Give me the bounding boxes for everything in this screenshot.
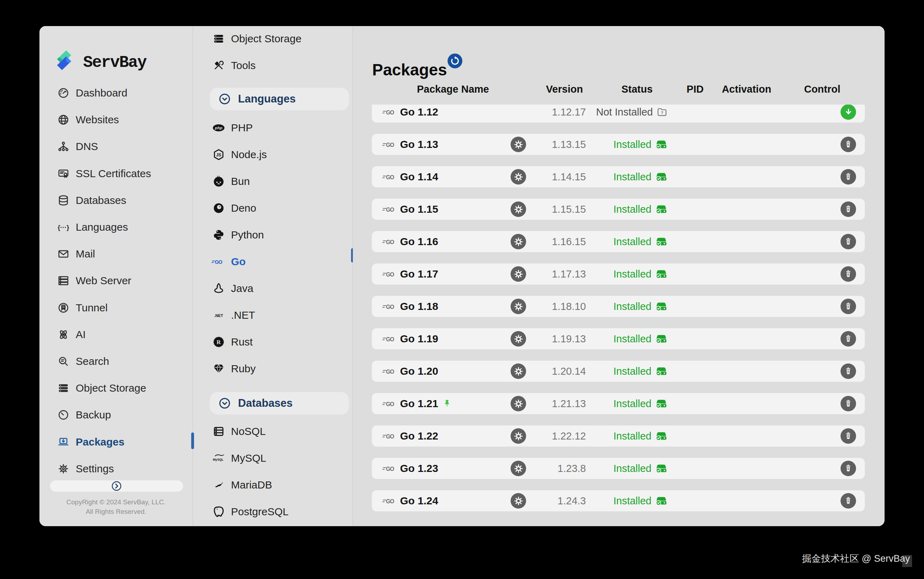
refresh-icon (450, 56, 460, 66)
subsidebar-item-java[interactable]: Java (193, 275, 353, 302)
column-header-activation: Activation (722, 82, 771, 96)
sidebar-item-label: DNS (76, 141, 98, 152)
gauge-icon (56, 86, 70, 100)
sidebar-item-settings[interactable]: Settings (39, 455, 193, 482)
package-name: Go 1.14 (400, 166, 438, 187)
subsidebar-item-php[interactable]: phpPHP (193, 114, 353, 141)
subsidebar-item-python[interactable]: Python (193, 221, 353, 248)
subsidebar-item-deno[interactable]: Deno (193, 195, 353, 221)
package-settings-button[interactable] (511, 331, 526, 347)
package-settings-button[interactable] (511, 493, 526, 509)
package-settings-button[interactable] (511, 266, 526, 282)
sidebar-item-ai[interactable]: AI (39, 321, 193, 348)
subsidebar-item-net[interactable]: .NET.NET (193, 302, 353, 329)
delete-button[interactable] (841, 331, 856, 347)
sidebar-item-dns[interactable]: DNS (39, 133, 193, 160)
svg-text:GO: GO (386, 109, 394, 115)
sidebar-item-object-storage[interactable]: Object Storage (39, 375, 193, 401)
package-name: Go 1.22 (400, 425, 438, 447)
sidebar-item-web-server[interactable]: Web Server (39, 267, 193, 294)
package-name: Go 1.15 (400, 199, 438, 220)
subsidebar-item-object-storage[interactable]: Object Storage (193, 26, 353, 52)
subsidebar-item-go[interactable]: GOGo (193, 248, 353, 275)
package-version: 1.23.8 (530, 458, 586, 479)
package-settings-button[interactable] (511, 234, 526, 249)
package-name-text: Go 1.21 (400, 397, 438, 410)
sidebar-item-databases[interactable]: Databases (39, 187, 193, 214)
sidebar-item-websites[interactable]: Websites (39, 106, 193, 133)
package-name-text: Go 1.17 (400, 268, 438, 280)
go-logo-icon: GO (382, 105, 398, 123)
package-settings-button[interactable] (511, 396, 526, 411)
sidebar-item-backup[interactable]: Backup (39, 401, 193, 428)
package-name: Go 1.16 (400, 231, 438, 252)
deno-icon (212, 201, 226, 215)
sidebar-item-ssl-certificates[interactable]: SSL Certificates (39, 160, 193, 187)
sidebar-item-languages[interactable]: {···}Languages (39, 214, 193, 240)
nodejs-icon: JS (212, 147, 226, 162)
sidebar-scroll-indicator[interactable] (191, 432, 194, 449)
package-row: GOGo 1.241.24.3Installed (372, 490, 865, 511)
delete-button[interactable] (841, 299, 856, 314)
delete-button[interactable] (841, 461, 856, 476)
refresh-button[interactable] (447, 54, 462, 68)
subsidebar-item-rust[interactable]: RRust (193, 329, 353, 355)
sidebar-item-tunnel[interactable]: Tunnel (39, 294, 193, 321)
delete-button[interactable] (841, 396, 856, 411)
package-version: 1.14.15 (530, 166, 586, 187)
package-settings-button[interactable] (511, 428, 526, 444)
delete-button[interactable] (841, 493, 856, 509)
svg-text:JS: JS (216, 152, 222, 157)
go-logo-icon: GO (382, 199, 398, 220)
drive-check-icon (655, 139, 668, 150)
package-settings-button[interactable] (511, 299, 526, 314)
sidebar-expand-button[interactable] (50, 480, 183, 492)
sidebar-item-mail[interactable]: Mail (39, 240, 193, 267)
delete-button[interactable] (841, 169, 856, 185)
subsidebar-section-databases[interactable]: Databases (210, 392, 349, 414)
delete-button[interactable] (841, 363, 856, 379)
subsidebar-item-ruby[interactable]: Ruby (193, 355, 353, 382)
delete-button[interactable] (841, 137, 856, 152)
subsidebar-item-tools[interactable]: Tools (193, 52, 353, 79)
package-row: GOGo 1.201.20.14Installed (372, 361, 865, 382)
sidebar-item-label: Packages (76, 436, 124, 448)
download-button[interactable] (841, 105, 856, 120)
svg-text:php: php (214, 125, 222, 130)
delete-button[interactable] (841, 201, 856, 217)
sidebar-item-dashboard[interactable]: Dashboard (39, 80, 193, 106)
main-content: Packages Package NameVersionStatusPIDAct… (353, 26, 885, 526)
subsidebar-item-postgresql[interactable]: PostgreSQL (193, 498, 353, 525)
subsidebar-item-mysql[interactable]: MySQLMySQL (193, 445, 353, 471)
package-name-text: Go 1.16 (400, 236, 438, 248)
subsidebar-item-label: .NET (231, 309, 255, 321)
package-settings-button[interactable] (511, 461, 526, 476)
go-logo-icon: GO (382, 328, 398, 349)
package-settings-button[interactable] (511, 363, 526, 379)
delete-button[interactable] (841, 234, 856, 249)
package-settings-button[interactable] (511, 137, 526, 152)
package-status: Installed (583, 393, 668, 414)
package-version: 1.18.10 (530, 296, 586, 317)
sidebar-item-label: Mail (76, 248, 95, 260)
sidebar-item-search[interactable]: Search (39, 348, 193, 375)
package-status: Installed (583, 328, 668, 349)
subsidebar-section-languages[interactable]: Languages (210, 88, 349, 110)
sidebar-item-packages[interactable]: Packages (39, 429, 193, 455)
train-icon (56, 301, 70, 315)
drive-check-icon (655, 334, 668, 344)
package-settings-button[interactable] (511, 201, 526, 217)
subsidebar-item-nosql[interactable]: NoSQL (193, 418, 353, 445)
delete-button[interactable] (841, 428, 856, 444)
subsidebar-item-mariadb[interactable]: MariaDB (193, 471, 353, 498)
column-header-version: Version (546, 82, 583, 96)
subsidebar-item-node-js[interactable]: JSNode.js (193, 141, 353, 168)
go-logo-icon: GO (382, 231, 398, 252)
network-icon (56, 139, 70, 154)
package-settings-button[interactable] (511, 169, 526, 185)
delete-button[interactable] (841, 266, 856, 282)
subsidebar-item-bun[interactable]: Bun (193, 168, 353, 195)
package-name-text: Go 1.20 (400, 365, 438, 377)
drive-check-icon (655, 431, 668, 442)
svg-text:GO: GO (386, 368, 394, 375)
